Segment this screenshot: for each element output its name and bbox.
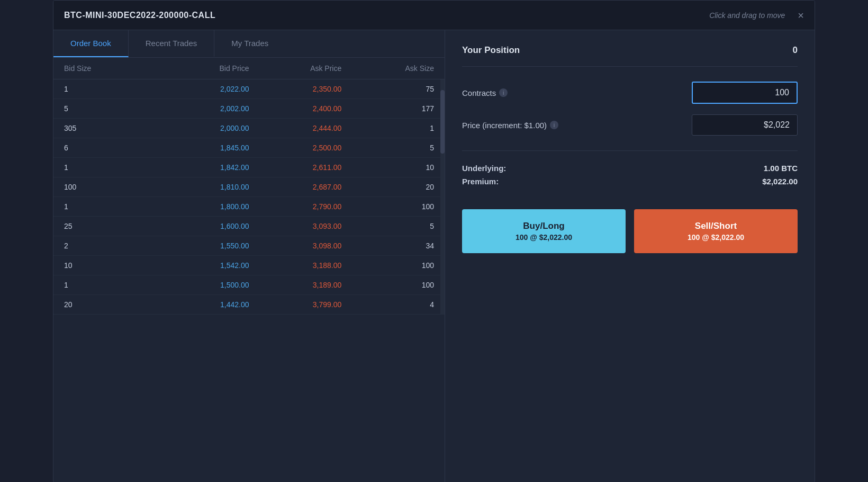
table-body: 1 2,022.00 2,350.00 75 5 2,002.00 2,400.… xyxy=(53,79,445,315)
ask-price-cell: 3,098.00 xyxy=(249,242,342,250)
bid-size-cell: 1 xyxy=(64,281,157,289)
bid-price-cell: 1,842.00 xyxy=(157,163,249,172)
underlying-label: Underlying: xyxy=(462,164,506,173)
underlying-value: 1.00 BTC xyxy=(764,164,798,173)
sell-button[interactable]: Sell/Short 100 @ $2,022.00 xyxy=(634,209,798,253)
table-row[interactable]: 1 2,022.00 2,350.00 75 xyxy=(53,79,445,99)
table-row[interactable]: 10 1,542.00 3,188.00 100 xyxy=(53,256,445,275)
contracts-group: Contracts i xyxy=(462,82,798,104)
divider-1 xyxy=(462,66,798,67)
premium-value: $2,022.00 xyxy=(762,177,798,186)
col-ask-price: Ask Price xyxy=(249,64,342,73)
window-title: BTC-MINI-30DEC2022-200000-CALL xyxy=(64,11,215,20)
table-row[interactable]: 1 1,800.00 2,790.00 100 xyxy=(53,197,445,217)
ask-size-cell: 5 xyxy=(341,222,434,230)
ask-price-cell: 3,189.00 xyxy=(249,281,342,289)
underlying-row: Underlying: 1.00 BTC xyxy=(462,164,798,173)
ask-price-cell: 2,687.00 xyxy=(249,183,342,191)
table-row[interactable]: 1 1,500.00 3,189.00 100 xyxy=(53,275,445,295)
table-row[interactable]: 20 1,442.00 3,799.00 4 xyxy=(53,295,445,315)
bid-size-cell: 25 xyxy=(64,222,157,230)
table-row[interactable]: 100 1,810.00 2,687.00 20 xyxy=(53,177,445,197)
premium-row: Premium: $2,022.00 xyxy=(462,177,798,186)
bid-price-cell: 2,022.00 xyxy=(157,85,249,93)
position-row: Your Position 0 xyxy=(462,45,798,56)
table-row[interactable]: 5 2,002.00 2,400.00 177 xyxy=(53,99,445,119)
right-panel: Your Position 0 Contracts i Price (incre… xyxy=(445,30,815,482)
contracts-input[interactable] xyxy=(692,82,798,104)
price-input[interactable] xyxy=(692,114,798,136)
bid-price-cell: 1,810.00 xyxy=(157,183,249,191)
contracts-info-icon[interactable]: i xyxy=(499,88,508,97)
table-body-wrapper: 1 2,022.00 2,350.00 75 5 2,002.00 2,400.… xyxy=(53,79,445,315)
ask-price-cell: 2,350.00 xyxy=(249,85,342,93)
action-buttons: Buy/Long 100 @ $2,022.00 Sell/Short 100 … xyxy=(462,209,798,253)
close-button[interactable]: × xyxy=(798,10,804,21)
ask-price-cell: 2,400.00 xyxy=(249,104,342,113)
buy-detail: 100 @ $2,022.00 xyxy=(468,233,619,243)
price-info-icon[interactable]: i xyxy=(550,121,558,129)
table-row[interactable]: 305 2,000.00 2,444.00 1 xyxy=(53,119,445,138)
bid-size-cell: 2 xyxy=(64,242,157,250)
ask-size-cell: 75 xyxy=(341,85,434,93)
col-bid-price: Bid Price xyxy=(157,64,249,73)
premium-label: Premium: xyxy=(462,177,499,186)
tab-my-trades[interactable]: My Trades xyxy=(214,30,285,57)
table-row[interactable]: 6 1,845.00 2,500.00 5 xyxy=(53,138,445,158)
tab-recent-trades[interactable]: Recent Trades xyxy=(129,30,215,57)
ask-size-cell: 100 xyxy=(341,202,434,211)
bid-price-cell: 1,542.00 xyxy=(157,261,249,270)
trading-window: BTC-MINI-30DEC2022-200000-CALL Click and… xyxy=(53,0,815,482)
drag-hint: Click and drag to move xyxy=(709,11,785,20)
col-ask-size: Ask Size xyxy=(341,64,434,73)
col-bid-size: Bid Size xyxy=(64,64,157,73)
bid-price-cell: 1,800.00 xyxy=(157,202,249,211)
bid-price-cell: 1,600.00 xyxy=(157,222,249,230)
contracts-label: Contracts i xyxy=(462,88,508,97)
bid-size-cell: 100 xyxy=(64,183,157,191)
bid-size-cell: 5 xyxy=(64,104,157,113)
bid-price-cell: 1,845.00 xyxy=(157,144,249,152)
price-label: Price (increment: $1.00) i xyxy=(462,121,558,130)
left-panel: Order Book Recent Trades My Trades Bid S… xyxy=(53,30,445,482)
buy-button[interactable]: Buy/Long 100 @ $2,022.00 xyxy=(462,209,626,253)
order-table: Bid Size Bid Price Ask Price Ask Size 1 … xyxy=(53,58,445,482)
ask-price-cell: 3,093.00 xyxy=(249,222,342,230)
ask-size-cell: 177 xyxy=(341,104,434,113)
ask-size-cell: 1 xyxy=(341,124,434,132)
table-row[interactable]: 1 1,842.00 2,611.00 10 xyxy=(53,158,445,177)
ask-size-cell: 4 xyxy=(341,300,434,309)
bid-size-cell: 20 xyxy=(64,300,157,309)
bid-price-cell: 2,002.00 xyxy=(157,104,249,113)
ask-price-cell: 3,799.00 xyxy=(249,300,342,309)
ask-size-cell: 5 xyxy=(341,144,434,152)
ask-price-cell: 2,444.00 xyxy=(249,124,342,132)
bid-size-cell: 10 xyxy=(64,261,157,270)
position-value: 0 xyxy=(793,45,798,56)
bid-size-cell: 1 xyxy=(64,163,157,172)
tabs-container: Order Book Recent Trades My Trades xyxy=(53,30,445,58)
scrollbar-track[interactable] xyxy=(440,79,445,315)
bid-price-cell: 1,550.00 xyxy=(157,242,249,250)
ask-size-cell: 100 xyxy=(341,281,434,289)
window-header[interactable]: BTC-MINI-30DEC2022-200000-CALL Click and… xyxy=(53,1,815,30)
header-controls: Click and drag to move × xyxy=(709,10,804,21)
ask-size-cell: 100 xyxy=(341,261,434,270)
table-row[interactable]: 25 1,600.00 3,093.00 5 xyxy=(53,217,445,236)
ask-size-cell: 34 xyxy=(341,242,434,250)
bid-size-cell: 6 xyxy=(64,144,157,152)
bid-price-cell: 1,500.00 xyxy=(157,281,249,289)
ask-price-cell: 2,611.00 xyxy=(249,163,342,172)
ask-price-cell: 3,188.00 xyxy=(249,261,342,270)
ask-size-cell: 10 xyxy=(341,163,434,172)
tab-order-book[interactable]: Order Book xyxy=(53,30,129,57)
bid-size-cell: 1 xyxy=(64,202,157,211)
scrollbar-thumb[interactable] xyxy=(440,90,445,154)
ask-size-cell: 20 xyxy=(341,183,434,191)
divider-2 xyxy=(462,150,798,151)
bid-size-cell: 1 xyxy=(64,85,157,93)
position-label: Your Position xyxy=(462,45,520,56)
table-row[interactable]: 2 1,550.00 3,098.00 34 xyxy=(53,236,445,256)
main-content: Order Book Recent Trades My Trades Bid S… xyxy=(53,30,815,482)
table-header: Bid Size Bid Price Ask Price Ask Size xyxy=(53,58,445,79)
